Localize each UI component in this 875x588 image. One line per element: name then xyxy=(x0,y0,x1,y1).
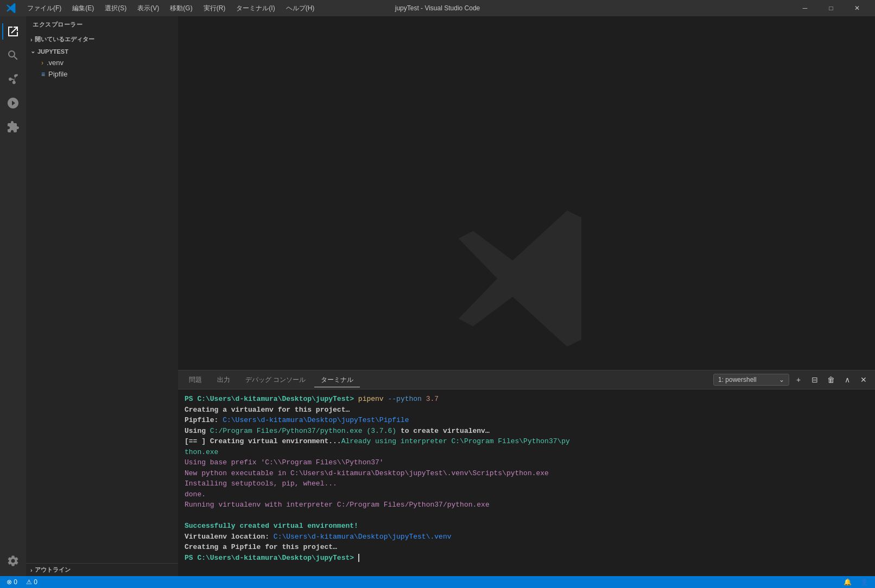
settings-activity-icon[interactable] xyxy=(2,550,24,572)
close-button[interactable]: ✕ xyxy=(845,0,870,16)
open-editors-section: › 開いているエディター xyxy=(26,33,178,46)
sidebar: エクスプローラー › 開いているエディター ⌄ JUPYTEST › .venv… xyxy=(26,16,178,576)
terminal-controls: 1: powershell ⌄ + ⊟ 🗑 ∧ ✕ xyxy=(713,373,871,387)
chevron-down-dropdown-icon: ⌄ xyxy=(779,376,784,384)
terminal-line-2: Creating a virtualenv for this project… xyxy=(185,405,868,416)
terminal-line-blank xyxy=(185,510,868,521)
open-editors-toggle[interactable]: › 開いているエディター xyxy=(26,33,178,46)
terminal-line-13: Successfully created virtual environment… xyxy=(185,521,868,532)
close-terminal-button[interactable]: ✕ xyxy=(857,373,871,387)
menu-view[interactable]: 表示(V) xyxy=(133,3,163,14)
minimize-button[interactable]: ─ xyxy=(792,0,817,16)
window-controls: ─ □ ✕ xyxy=(792,0,870,16)
tab-problems[interactable]: 問題 xyxy=(182,373,208,387)
chevron-down-icon: ⌄ xyxy=(30,48,35,55)
terminal-line-15: Creating a Pipfile for this project… xyxy=(185,542,868,553)
menu-go[interactable]: 移動(G) xyxy=(166,3,196,14)
search-activity-icon[interactable] xyxy=(2,44,24,66)
terminal-body[interactable]: PS C:\Users\d-kitamura\Desktop\jupyTest>… xyxy=(178,389,875,576)
menu-help[interactable]: ヘルプ(H) xyxy=(282,3,319,14)
menu-terminal[interactable]: ターミナル(I) xyxy=(232,3,279,14)
terminal-line-3: Pipfile: C:\Users\d-kitamura\Desktop\jup… xyxy=(185,415,868,426)
terminal-line-11: Running virtualenv with interpreter C:/P… xyxy=(185,500,868,510)
maximize-button[interactable]: □ xyxy=(819,0,844,16)
new-terminal-button[interactable]: + xyxy=(791,373,806,387)
statusbar: ⊗ 0 ⚠ 0 🔔 👤 xyxy=(0,576,875,588)
terminal-line-5: [== ] Creating virtual environment...Alr… xyxy=(185,436,868,447)
outline-section: › アウトライン xyxy=(26,563,178,576)
main-layout: エクスプローラー › 開いているエディター ⌄ JUPYTEST › .venv… xyxy=(0,16,875,576)
split-terminal-button[interactable]: ⊟ xyxy=(808,373,822,387)
menu-selection[interactable]: 選択(S) xyxy=(100,3,131,14)
project-section: ⌄ JUPYTEST › .venv ≡ Pipfile xyxy=(26,46,178,80)
chevron-right-icon: › xyxy=(30,36,33,43)
kill-terminal-button[interactable]: 🗑 xyxy=(824,373,838,387)
source-control-activity-icon[interactable] xyxy=(2,68,24,90)
outline-toggle[interactable]: › アウトライン xyxy=(26,564,178,576)
open-editors-label: 開いているエディター xyxy=(35,35,94,43)
vscode-logo xyxy=(5,2,17,14)
explorer-activity-icon[interactable] xyxy=(2,21,24,42)
explorer-header: エクスプローラー xyxy=(26,16,178,33)
activity-bar xyxy=(0,16,26,576)
terminal-line-6: thon.exe xyxy=(185,447,868,458)
errors-status[interactable]: ⊗ 0 xyxy=(4,578,20,586)
project-toggle[interactable]: ⌄ JUPYTEST xyxy=(26,46,178,57)
editor-area: 問題 出力 デバッグ コンソール ターミナル 1: powershell ⌄ + xyxy=(178,16,875,576)
tab-output[interactable]: 出力 xyxy=(211,373,237,387)
terminal-line-9: Installing setuptools, pip, wheel... xyxy=(185,478,868,489)
warnings-status[interactable]: ⚠ 0 xyxy=(24,578,40,586)
outline-label: アウトライン xyxy=(35,566,71,574)
run-debug-activity-icon[interactable] xyxy=(2,92,24,114)
pipfile-label: Pipfile xyxy=(48,70,67,78)
maximize-terminal-button[interactable]: ∧ xyxy=(840,373,854,387)
menu-file[interactable]: ファイル(F) xyxy=(23,3,66,14)
terminal-tab-bar: 問題 出力 デバッグ コンソール ターミナル 1: powershell ⌄ + xyxy=(178,370,875,389)
notification-icon[interactable]: 🔔 xyxy=(841,578,854,586)
pipfile-item[interactable]: ≡ Pipfile xyxy=(26,68,178,80)
venv-folder-item[interactable]: › .venv xyxy=(26,57,178,68)
terminal-instance-dropdown[interactable]: 1: powershell ⌄ xyxy=(713,374,789,386)
terminal-line-14: Virtualenv location: C:\Users\d-kitamura… xyxy=(185,532,868,542)
terminal-line-10: done. xyxy=(185,489,868,500)
terminal-line-8: New python executable in C:\Users\d-kita… xyxy=(185,468,868,479)
statusbar-right: 🔔 👤 xyxy=(841,578,871,586)
file-icon: ≡ xyxy=(41,71,45,78)
chevron-right-outline-icon: › xyxy=(30,567,33,573)
project-name-label: JUPYTEST xyxy=(37,48,68,55)
account-icon[interactable]: 👤 xyxy=(858,578,871,586)
menu-run[interactable]: 実行(R) xyxy=(199,3,230,14)
menu-edit[interactable]: 編集(E) xyxy=(68,3,98,14)
vscode-watermark xyxy=(445,197,608,362)
window-title: jupyTest - Visual Studio Code xyxy=(395,4,480,12)
titlebar: ファイル(F) 編集(E) 選択(S) 表示(V) 移動(G) 実行(R) ター… xyxy=(0,0,875,16)
terminal-line-7: Using base prefix 'C:\\Program Files\\Py… xyxy=(185,457,868,468)
terminal-line-4: Using C:/Program Files/Python37/python.e… xyxy=(185,426,868,437)
venv-label: .venv xyxy=(47,59,64,67)
folder-icon: › xyxy=(41,59,43,67)
extensions-activity-icon[interactable] xyxy=(2,116,24,138)
terminal-line-1: PS C:\Users\d-kitamura\Desktop\jupyTest>… xyxy=(185,394,868,405)
terminal-panel: 問題 出力 デバッグ コンソール ターミナル 1: powershell ⌄ + xyxy=(178,370,875,576)
tab-debug-console[interactable]: デバッグ コンソール xyxy=(239,373,312,387)
terminal-line-16: PS C:\Users\d-kitamura\Desktop\jupyTest> xyxy=(185,553,868,564)
statusbar-left: ⊗ 0 ⚠ 0 xyxy=(4,578,40,586)
tab-terminal[interactable]: ターミナル xyxy=(314,373,360,387)
